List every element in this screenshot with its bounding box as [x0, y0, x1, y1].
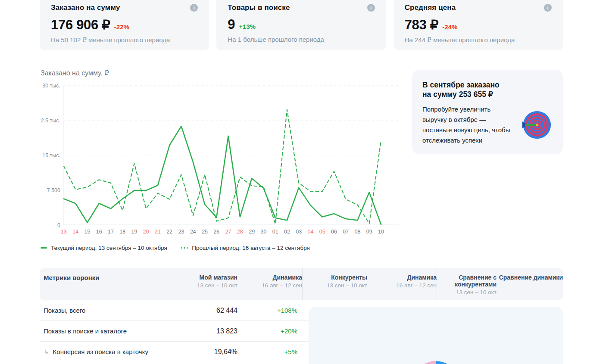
goal-promo-card: В сентябре заказано на сумму 253 655 ₽ П… [412, 70, 563, 154]
col-header-dynamics-comparison: Сравнение динамики [497, 274, 563, 296]
x-axis-tick: 18 [119, 229, 125, 235]
x-axis-tick: 03 [296, 229, 302, 235]
goal-target-icon [522, 110, 552, 140]
x-axis-tick: 30 [260, 229, 266, 235]
stat-card-delta: -24% [442, 23, 457, 31]
row-dynamics: +108% [237, 307, 303, 314]
x-axis-tick: 02 [284, 229, 290, 235]
x-axis-tick: 09 [366, 229, 372, 235]
x-axis-tick: 10 [378, 229, 384, 235]
promo-body-text: Попробуйте увеличить выручку в октябре —… [422, 104, 516, 146]
promo-title-line1: В сентябре заказано [422, 80, 553, 90]
stat-card-value: 783 ₽ [405, 17, 439, 33]
y-axis-tick: 7 500 [47, 187, 60, 193]
x-axis-tick: 16 [96, 229, 102, 235]
promo-title-line2: на сумму 253 655 ₽ [422, 90, 553, 99]
info-icon[interactable]: i [367, 4, 375, 12]
row-label: Показы в поиске и каталоге [40, 327, 167, 335]
x-axis-tick: 07 [343, 229, 349, 235]
stat-card-value: 9 [228, 17, 235, 32]
orders-line-chart: 30 тыс.22.5 тыс.15 тыс.7 500013141516171… [41, 80, 405, 239]
info-icon[interactable]: i [190, 4, 198, 12]
dashboard-screen: Заказано на сумму i 176 906 ₽ -22% На 50… [0, 0, 609, 364]
col-header-my-shop: Мой магазин13 сен – 10 окт [167, 274, 237, 296]
chart-legend: Текущий период: 13 сентября – 10 октября… [41, 245, 310, 251]
chart-title: Заказано на сумму, ₽ [41, 69, 109, 77]
solid-line-marker [41, 247, 47, 249]
stat-card-average-price: Средняя цена i 783 ₽ -24% На 244 ₽ меньш… [394, 0, 563, 50]
row-dynamics: +20% [237, 327, 303, 335]
row-value-my-shop: 62 444 [167, 307, 237, 314]
x-axis-tick: 06 [331, 229, 337, 235]
x-axis-tick: 21 [155, 229, 161, 235]
legend-item-current: Текущий период: 13 сентября – 10 октября [41, 245, 167, 251]
legend-label: Текущий период: 13 сентября – 10 октября [51, 245, 167, 251]
table-title: Метрики воронки [40, 274, 167, 296]
x-axis-tick: 24 [190, 229, 196, 235]
y-axis-tick: 15 тыс. [42, 152, 60, 159]
x-axis-tick: 15 [84, 229, 91, 235]
row-dynamics: +5% [237, 348, 303, 355]
col-header-comparison: Сравнение с конкурентами13 сен – 10 окт [437, 274, 497, 296]
info-icon[interactable]: i [544, 4, 552, 12]
x-axis-tick: 19 [131, 229, 137, 235]
x-axis-tick: 17 [108, 229, 114, 235]
competitors-teaser-panel [309, 307, 563, 364]
x-axis-tick: 25 [202, 229, 208, 235]
current-period-line [64, 126, 381, 224]
x-axis-tick: 26 [213, 229, 219, 235]
stat-card-title: Средняя цена [405, 3, 456, 12]
stat-card-ordered-sum: Заказано на сумму i 176 906 ₽ -22% На 50… [40, 0, 209, 50]
stat-card-value: 176 906 ₽ [51, 17, 110, 33]
x-axis-tick: 23 [178, 229, 184, 235]
stat-card-delta: -22% [114, 23, 129, 31]
stat-card-products-in-search: Товары в поиске i 9 +13% На 1 больше про… [216, 0, 386, 50]
col-header-competitors: Конкуренты13 сен – 10 окт [303, 274, 367, 296]
y-axis-tick: 22.5 тыс. [41, 118, 60, 124]
row-value-my-shop: 13 823 [167, 327, 237, 335]
x-axis-tick: 08 [355, 229, 361, 235]
dotted-line-marker [181, 247, 188, 249]
legend-label: Прошлый период: 16 августа – 12 сентября [192, 245, 310, 251]
x-axis-tick: 14 [72, 229, 78, 235]
past-period-line [64, 109, 381, 224]
stat-card-note: На 244 ₽ меньше прошлого периода [405, 36, 552, 44]
row-label: ↳Конверсия из поиска в карточку [40, 348, 167, 356]
y-axis-tick: 30 тыс. [42, 83, 60, 89]
row-label: Показы, всего [40, 307, 167, 314]
stat-card-title: Товары в поиске [228, 3, 290, 12]
chart-area: 30 тыс.22.5 тыс.15 тыс.7 500013141516171… [41, 80, 405, 239]
legend-item-past: Прошлый период: 16 августа – 12 сентября [181, 245, 310, 251]
x-axis-tick: 04 [307, 229, 313, 235]
row-value-my-shop: 19,64% [167, 348, 237, 356]
stat-card-note: На 50 102 ₽ меньше прошлого периода [51, 36, 198, 44]
pie-chart-illustration [412, 361, 460, 364]
sub-metric-arrow-icon: ↳ [44, 348, 49, 356]
x-axis-tick: 27 [225, 229, 231, 235]
col-header-competitors-dynamics: Динамика16 авг – 12 сен [367, 268, 437, 300]
x-axis-tick: 01 [272, 229, 278, 235]
kpi-cards-row: Заказано на сумму i 176 906 ₽ -22% На 50… [40, 0, 563, 50]
x-axis-tick: 05 [319, 229, 325, 235]
y-axis-tick: 0 [57, 222, 60, 228]
stat-card-note: На 1 больше прошлого периода [228, 36, 375, 43]
stat-card-title: Заказано на сумму [51, 3, 120, 12]
stat-card-delta: +13% [239, 23, 256, 30]
x-axis-tick: 22 [166, 229, 172, 235]
x-axis-tick: 28 [237, 229, 243, 235]
col-header-dynamics: Динамика16 авг – 12 сен [237, 268, 303, 300]
table-header: Метрики воронки Мой магазин13 сен – 10 о… [40, 268, 563, 300]
x-axis-tick: 29 [249, 229, 255, 235]
x-axis-tick: 13 [61, 229, 67, 235]
x-axis-tick: 20 [143, 229, 149, 235]
